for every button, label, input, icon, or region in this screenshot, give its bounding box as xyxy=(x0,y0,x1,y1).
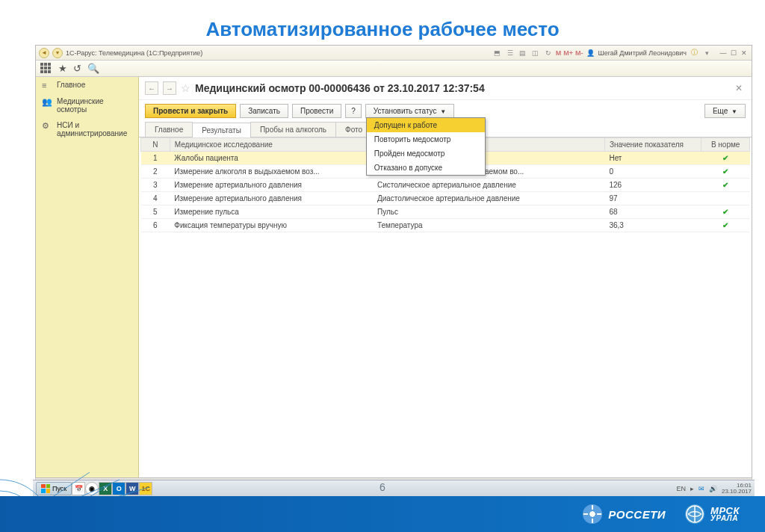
post-close-button[interactable]: Провести и закрыть xyxy=(145,104,236,118)
cell-issl: Измерение пульса xyxy=(170,205,373,219)
main-panel: ← → ☆ Медицинский осмотр 00-00006436 от … xyxy=(139,77,752,477)
start-button[interactable]: Пуск xyxy=(36,482,72,495)
memory-m[interactable]: M xyxy=(556,49,562,57)
chrome-taskbar-icon[interactable]: ◉ xyxy=(85,482,99,495)
lang-indicator[interactable]: EN xyxy=(676,485,686,492)
tray-flag-icon[interactable]: ▸ xyxy=(690,485,694,492)
write-button[interactable]: Записать xyxy=(240,104,288,118)
sidebar-item-main[interactable]: ≡ Главное xyxy=(36,77,138,93)
mrsk-brand: МРСК УРАЛА xyxy=(685,504,740,524)
cell-issl: Измерение алкоголя в выдыхаемом воз... xyxy=(170,165,373,179)
maximize-icon[interactable]: ☐ xyxy=(729,49,738,57)
sidebar-item-medexam[interactable]: 👥 Медицинские осмотры xyxy=(36,93,138,117)
tab-alcohol[interactable]: Пробы на алкоголь xyxy=(250,122,336,137)
status-dropdown: Допущен к работе Повторить медосмотр Про… xyxy=(366,117,486,176)
cell-issl: Жалобы пациента xyxy=(170,152,373,165)
calendar-icon[interactable]: ◫ xyxy=(530,48,541,58)
clock[interactable]: 16:01 23.10.2017 xyxy=(722,483,752,495)
footer-brand-bar: РОССЕТИ МРСК УРАЛА xyxy=(0,496,765,532)
windows-icon xyxy=(41,484,50,493)
sidebar-item-nsi[interactable]: ⚙ НСИ и администрирование xyxy=(36,117,138,141)
dropdown-icon[interactable]: ▾ xyxy=(701,48,712,58)
app-window: ◄ ▾ 1С-Рарус: Телемедицина (1С:Предприят… xyxy=(35,45,752,478)
chevron-down-icon: ▼ xyxy=(731,108,737,115)
minimize-icon[interactable]: — xyxy=(719,49,728,57)
status-option-repeat[interactable]: Повторить медосмотр xyxy=(367,132,485,146)
cell-val: 36,3 xyxy=(604,219,701,232)
cell-n: 3 xyxy=(141,179,170,192)
svg-rect-7 xyxy=(597,513,601,515)
history-icon[interactable]: ↺ xyxy=(73,63,81,74)
doc-header: ← → ☆ Медицинский осмотр 00-00006436 от … xyxy=(139,77,752,100)
table-row[interactable]: 3Измерение артериального давленияСистоли… xyxy=(141,179,750,192)
user-name: Шегай Дмитрий Леонидович xyxy=(598,49,687,57)
back-icon[interactable]: ◄ xyxy=(39,48,49,58)
tray-sound-icon[interactable]: 🔊 xyxy=(709,485,717,492)
dropdown-icon[interactable]: ▾ xyxy=(52,48,63,58)
star-icon[interactable]: ★ xyxy=(58,63,67,74)
help-button[interactable]: ? xyxy=(345,104,362,118)
refresh-icon[interactable]: ↻ xyxy=(543,48,554,58)
set-status-label: Установить статус xyxy=(374,107,437,115)
calc-icon[interactable]: ▤ xyxy=(518,48,528,58)
cell-norm: ✔ xyxy=(701,205,750,219)
status-option-denied[interactable]: Отказано в допуске xyxy=(367,161,485,175)
tool-icon[interactable]: ☰ xyxy=(505,48,515,58)
cell-norm: ✔ xyxy=(701,179,750,192)
more-button[interactable]: Еще ▼ xyxy=(704,104,746,118)
cell-norm: ✔ xyxy=(701,165,750,179)
tab-results[interactable]: Результаты xyxy=(192,123,251,137)
sections-icon[interactable] xyxy=(40,63,52,75)
results-table: N Медицинское исследование Показатель Зн… xyxy=(139,137,752,477)
col-norm[interactable]: В норме xyxy=(701,138,750,152)
cell-n: 5 xyxy=(141,205,170,219)
clock-date: 23.10.2017 xyxy=(722,489,752,495)
sidebar-item-label: Главное xyxy=(57,81,85,89)
doc-title: Медицинский осмотр 00-00006436 от 23.10.… xyxy=(195,82,485,94)
cell-pok: Пульс xyxy=(373,205,604,219)
action-bar: Провести и закрыть Записать Провести ? У… xyxy=(139,100,752,122)
rosseti-brand: РОССЕТИ xyxy=(583,504,666,524)
tray-outlook-icon[interactable]: ✉ xyxy=(699,485,704,492)
status-option-allowed[interactable]: Допущен к работе xyxy=(367,118,485,132)
close-tab-icon[interactable]: ✕ xyxy=(732,83,746,93)
calendar-taskbar-icon[interactable]: 📅 xyxy=(72,482,85,495)
cell-pok: Температура xyxy=(373,219,604,232)
post-button[interactable]: Провести xyxy=(292,104,341,118)
close-icon[interactable]: ✕ xyxy=(740,49,749,57)
memory-mminus[interactable]: M- xyxy=(575,49,583,57)
check-icon: ✔ xyxy=(722,208,728,216)
memory-mplus[interactable]: M+ xyxy=(563,49,573,57)
cell-val: 68 xyxy=(604,205,701,219)
cell-n: 2 xyxy=(141,165,170,179)
check-icon: ✔ xyxy=(722,167,728,176)
col-issl[interactable]: Медицинское исследование xyxy=(170,138,373,152)
system-tray: EN ▸ ✉ 🔊 16:01 23.10.2017 xyxy=(676,483,752,495)
nav-fwd-icon[interactable]: → xyxy=(163,81,176,95)
cell-norm: ✔ xyxy=(701,219,750,232)
excel-taskbar-icon[interactable]: X xyxy=(99,482,112,495)
set-status-button[interactable]: Установить статус ▼ Допущен к работе Пов… xyxy=(365,104,454,118)
word-taskbar-icon[interactable]: W xyxy=(126,482,139,495)
start-label: Пуск xyxy=(52,485,66,492)
tab-main[interactable]: Главное xyxy=(145,122,193,137)
svg-point-3 xyxy=(590,512,595,516)
table-row[interactable]: 4Измерение артериального давленияДиастол… xyxy=(141,192,750,205)
info-icon[interactable]: ⓘ xyxy=(689,48,699,58)
rosseti-text: РОССЕТИ xyxy=(608,508,666,521)
status-option-passed[interactable]: Пройден медосмотр xyxy=(367,146,485,161)
outlook-taskbar-icon[interactable]: O xyxy=(112,482,126,495)
search-icon[interactable]: 🔍 xyxy=(87,63,99,74)
gear-icon: ⚙ xyxy=(42,121,52,131)
table-row[interactable]: 5Измерение пульсаПульс68✔ xyxy=(141,205,750,219)
favorite-icon[interactable]: ☆ xyxy=(181,82,191,94)
check-icon: ✔ xyxy=(722,181,728,189)
cell-val: 126 xyxy=(604,179,701,192)
col-val[interactable]: Значение показателя xyxy=(604,138,701,152)
col-n[interactable]: N xyxy=(141,138,170,152)
tool-icon[interactable]: ⬒ xyxy=(492,48,503,58)
nav-back-icon[interactable]: ← xyxy=(145,81,158,95)
table-row[interactable]: 6Фиксация температуры вручнуюТемпература… xyxy=(141,219,750,232)
cell-n: 4 xyxy=(141,192,170,205)
1c-taskbar-icon[interactable]: 1C xyxy=(139,482,152,495)
